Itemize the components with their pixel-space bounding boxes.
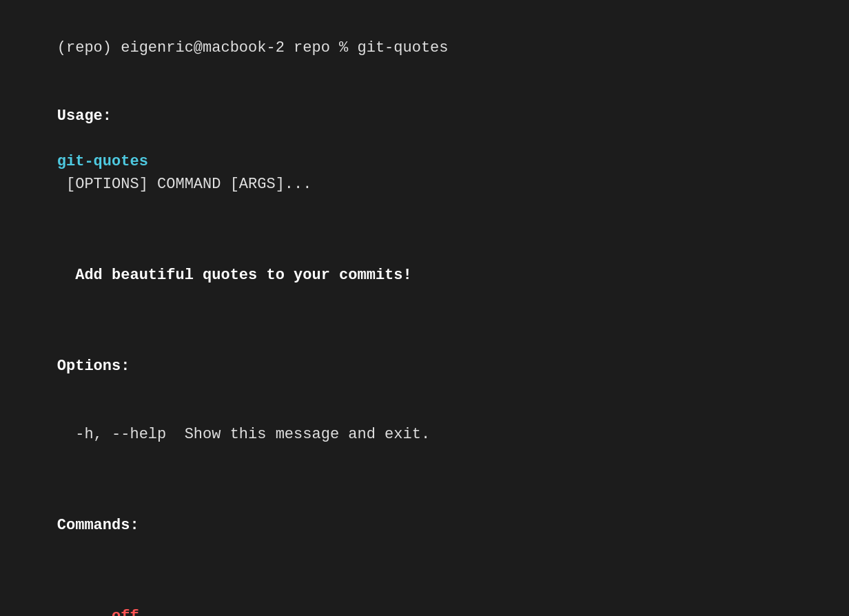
- usage-space: [57, 130, 66, 147]
- cmd-off-line: off Disable git-quotes in a repository: [21, 559, 828, 616]
- tagline-line: Add beautiful quotes to your commits!: [21, 241, 828, 309]
- usage-cmd: git-quotes: [57, 153, 148, 170]
- options-help-line: -h, --help Show this message and exit.: [21, 400, 828, 469]
- prompt-line-1: (repo) eigenric@macbook-2 repo % git-quo…: [21, 14, 828, 82]
- options-header-line: Options:: [21, 332, 828, 400]
- tagline-text: Add beautiful quotes to your commits!: [57, 267, 412, 284]
- blank-3: [21, 469, 828, 491]
- prompt-text-1: (repo) eigenric@macbook-2 repo % git-quo…: [57, 39, 449, 57]
- commands-header-line: Commands:: [21, 491, 828, 559]
- commands-header-text: Commands:: [57, 517, 139, 534]
- cmd-off-name: off: [57, 582, 147, 616]
- blank-1: [21, 218, 828, 241]
- usage-line: Usage: git-quotes [OPTIONS] COMMAND [ARG…: [21, 82, 828, 218]
- options-header-text: Options:: [57, 358, 130, 375]
- options-help-text: -h, --help Show this message and exit.: [57, 426, 430, 443]
- terminal: (repo) eigenric@macbook-2 repo % git-quo…: [21, 14, 828, 602]
- usage-rest: [OPTIONS] COMMAND [ARGS]...: [57, 176, 312, 193]
- usage-label: Usage:: [57, 107, 112, 125]
- blank-2: [21, 309, 828, 332]
